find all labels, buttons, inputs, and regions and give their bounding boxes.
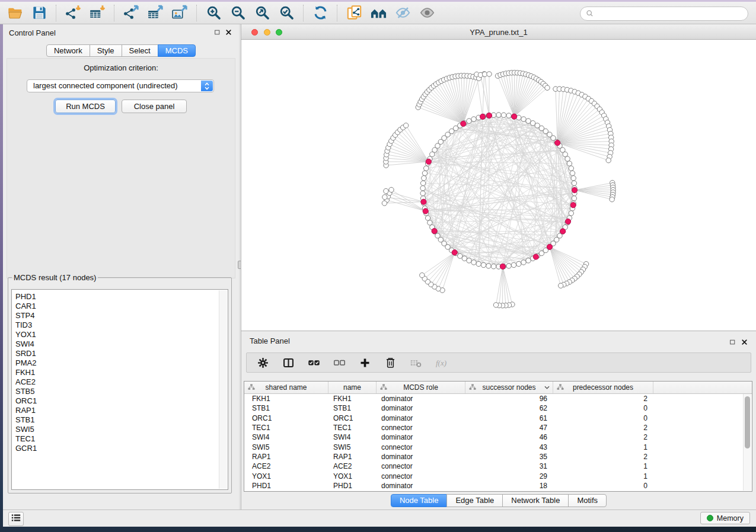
table-row[interactable]: ACE2ACE2connector311 (244, 462, 752, 471)
cell-successor-nodes[interactable]: 18 (465, 482, 553, 490)
column-header-successor-nodes[interactable]: successor nodes (465, 382, 553, 393)
task-history-button[interactable] (8, 512, 24, 526)
cell-MCDS-role[interactable]: connector (377, 472, 465, 480)
result-list-item[interactable]: SWI5 (15, 425, 228, 434)
result-list-item[interactable]: ORC1 (15, 396, 228, 406)
result-list-item[interactable]: FKH1 (15, 368, 228, 377)
close-panel-icon[interactable] (225, 29, 232, 36)
table-row[interactable]: ORC1ORC1dominator610 (244, 414, 752, 423)
tab-mcds[interactable]: MCDS (158, 44, 196, 57)
new-network-from-selection-button[interactable] (345, 4, 363, 22)
search-input[interactable] (597, 8, 748, 20)
open-file-button[interactable] (6, 4, 24, 22)
column-header-MCDS-role[interactable]: MCDS role (377, 382, 465, 393)
column-header-name[interactable]: name (328, 382, 377, 393)
table-row[interactable]: FKH1FKH1dominator962 (244, 394, 752, 403)
result-list-item[interactable]: SRD1 (15, 349, 228, 358)
import-network-button[interactable] (64, 4, 82, 22)
cell-shared-name[interactable]: FKH1 (244, 395, 328, 403)
cell-name[interactable]: ORC1 (328, 414, 377, 422)
cell-shared-name[interactable]: SWI4 (244, 433, 328, 441)
hide-selected-button[interactable] (394, 4, 412, 22)
result-list-item[interactable]: PMA2 (15, 358, 228, 368)
result-list-item[interactable]: PHD1 (15, 292, 228, 302)
apply-preferred-layout-button[interactable] (311, 4, 329, 22)
cell-shared-name[interactable]: RAP1 (244, 453, 328, 461)
cell-shared-name[interactable]: SWI5 (244, 443, 328, 451)
export-network-button[interactable] (122, 4, 140, 22)
table-row[interactable]: TEC1TEC1connector472 (244, 423, 752, 432)
cell-shared-name[interactable]: STB1 (244, 404, 328, 412)
cell-name[interactable]: TEC1 (328, 424, 377, 432)
cell-name[interactable]: SWI5 (328, 443, 377, 451)
cell-shared-name[interactable]: ORC1 (244, 414, 328, 422)
close-table-panel-icon[interactable] (741, 337, 748, 348)
cell-shared-name[interactable]: ACE2 (244, 462, 328, 470)
cell-MCDS-role[interactable]: dominator (377, 482, 465, 490)
settings-gear-button[interactable] (256, 356, 269, 369)
cell-shared-name[interactable]: TEC1 (244, 424, 328, 432)
add-entry-button[interactable] (358, 356, 371, 369)
import-table-button[interactable] (88, 4, 106, 22)
result-list-item[interactable]: TEC1 (15, 434, 228, 444)
zoom-fit-button[interactable] (253, 4, 271, 22)
show-all-button[interactable] (418, 4, 436, 22)
cell-predecessor-nodes[interactable]: 1 (553, 443, 653, 451)
column-header-predecessor-nodes[interactable]: predecessor nodes (553, 382, 653, 393)
column-visibility-button[interactable] (282, 356, 295, 369)
tab-style[interactable]: Style (90, 44, 122, 57)
float-table-panel-icon[interactable] (729, 337, 736, 348)
cell-MCDS-role[interactable]: dominator (377, 414, 465, 422)
float-panel-icon[interactable] (214, 29, 221, 36)
cell-predecessor-nodes[interactable]: 2 (553, 395, 653, 403)
result-list-scrollbar[interactable] (219, 290, 227, 489)
delete-entry-button[interactable] (384, 356, 397, 369)
result-list-item[interactable]: STP4 (15, 311, 228, 321)
result-list-item[interactable]: CAR1 (15, 302, 228, 311)
tab-network-table[interactable]: Network Table (502, 494, 569, 507)
cell-MCDS-role[interactable]: dominator (377, 404, 465, 412)
cell-shared-name[interactable]: YOX1 (244, 472, 328, 480)
network-graph[interactable] (241, 40, 756, 330)
cell-predecessor-nodes[interactable]: 2 (553, 453, 653, 461)
cell-successor-nodes[interactable]: 96 (465, 395, 553, 403)
cell-successor-nodes[interactable]: 35 (465, 453, 553, 461)
cell-shared-name[interactable]: PHD1 (244, 482, 328, 490)
cell-MCDS-role[interactable]: connector (377, 443, 465, 451)
export-table-button[interactable] (146, 4, 164, 22)
cell-successor-nodes[interactable]: 61 (465, 414, 553, 422)
cell-successor-nodes[interactable]: 62 (465, 404, 553, 412)
tab-motifs[interactable]: Motifs (568, 494, 607, 507)
cell-successor-nodes[interactable]: 47 (465, 424, 553, 432)
cell-name[interactable]: PHD1 (328, 482, 377, 490)
table-scrollbar-thumb[interactable] (745, 396, 750, 448)
cell-MCDS-role[interactable]: connector (377, 424, 465, 432)
column-header-shared-name[interactable]: shared name (244, 382, 328, 393)
select-all-button[interactable] (307, 356, 320, 369)
cell-name[interactable]: FKH1 (328, 395, 377, 403)
cell-name[interactable]: RAP1 (328, 453, 377, 461)
cell-successor-nodes[interactable]: 46 (465, 433, 553, 441)
run-mcds-button[interactable]: Run MCDS (55, 100, 116, 113)
cell-predecessor-nodes[interactable]: 2 (553, 424, 653, 432)
cell-name[interactable]: ACE2 (328, 462, 377, 470)
result-list-item[interactable]: GCR1 (15, 444, 228, 453)
cell-predecessor-nodes[interactable]: 2 (553, 433, 653, 441)
tab-network[interactable]: Network (46, 44, 90, 57)
zoom-in-button[interactable] (205, 4, 222, 22)
tab-node-table[interactable]: Node Table (391, 494, 448, 507)
result-list-item[interactable]: TID3 (15, 321, 228, 330)
network-canvas[interactable] (241, 40, 756, 331)
first-neighbors-button[interactable] (369, 4, 387, 22)
cell-name[interactable]: SWI4 (328, 433, 377, 441)
result-list-item[interactable]: SWI4 (15, 339, 228, 349)
cell-predecessor-nodes[interactable]: 0 (553, 404, 653, 412)
cell-MCDS-role[interactable]: dominator (377, 453, 465, 461)
cell-MCDS-role[interactable]: dominator (377, 433, 465, 441)
cell-predecessor-nodes[interactable]: 1 (553, 472, 653, 480)
result-list-item[interactable]: STB5 (15, 387, 228, 396)
table-scrollbar[interactable] (743, 394, 751, 491)
table-row[interactable]: STB1STB1dominator620 (244, 403, 752, 413)
zoom-selected-button[interactable] (277, 4, 295, 22)
network-window-titlebar[interactable]: YPA_prune.txt_1 (241, 24, 756, 40)
